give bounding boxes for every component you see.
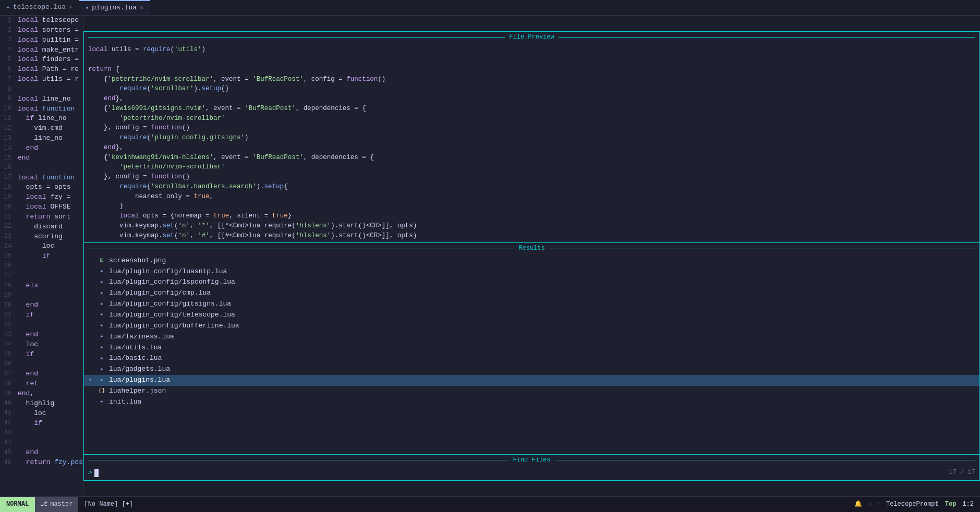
tab-plugins-lua[interactable]: ✦ plugins.lua ✕: [79, 0, 150, 15]
list-item[interactable]: ✦ lua/plugin_config/telescope.lua: [84, 310, 979, 321]
file-preview-panel: File Preview local utils = require('util…: [83, 31, 980, 243]
table-row: 12 vim.cmd: [0, 124, 83, 133]
table-row: 44: [0, 438, 83, 448]
find-files-panel: Find Files > 17 / 17: [83, 455, 980, 481]
result-filename: lua/basic.lua: [109, 353, 162, 363]
table-row: 43: [0, 428, 83, 438]
table-row: 38 ret: [0, 379, 83, 389]
main-container: 1local telescope = require('telescope') …: [0, 16, 980, 496]
list-item[interactable]: ✦ init.lua: [84, 397, 979, 408]
table-row: 3local builtin =: [0, 35, 83, 45]
table-row: 27: [0, 271, 83, 281]
results-label: Results: [518, 244, 545, 253]
table-row: 34 loc: [0, 340, 83, 350]
table-row: 36: [0, 360, 83, 370]
find-files-cursor: [94, 469, 99, 477]
result-filename: lua/plugin_config/bufferline.lua: [109, 321, 239, 331]
file-icon-lua: ✦: [98, 344, 106, 352]
list-item[interactable]: ✦ lua/gadgets.lua: [84, 364, 979, 375]
find-files-input-row[interactable]: > 17 / 17: [84, 466, 979, 480]
table-row: 17local function: [0, 173, 83, 183]
table-row: 13 line_no: [0, 133, 83, 143]
file-icon-lua: ✦: [98, 322, 106, 330]
table-row: 15end: [0, 153, 83, 163]
table-row: 4local make_entr: [0, 45, 83, 55]
tab-file-icon-active: ✦: [86, 4, 89, 13]
table-row: 2local sorters = require('telescope.sort…: [0, 26, 83, 35]
table-row: 28 els: [0, 281, 83, 291]
list-item[interactable]: ⊞ screenshot.png: [84, 255, 979, 266]
results-list[interactable]: ⊞ screenshot.png ✦ lua/plugin_config/lua…: [84, 254, 979, 454]
result-filename: init.lua: [109, 397, 141, 407]
position-value: 1:2: [962, 500, 974, 509]
find-files-count: 17 / 17: [949, 468, 975, 477]
table-row: 37 end: [0, 369, 83, 379]
result-filename: luahelper.json: [109, 386, 166, 396]
list-item[interactable]: › ✦ lua/plugins.lua: [84, 375, 979, 386]
table-row: 30 end: [0, 300, 83, 310]
result-filename: lua/plugins.lua: [109, 375, 170, 385]
line-container: 1local telescope = require('telescope') …: [0, 16, 83, 468]
table-row: 46 return fzy.positions(prompt, display): [0, 458, 83, 468]
list-item[interactable]: ✦ lua/basic.lua: [84, 353, 979, 364]
telescope-prompt-label: TelecopePrompt: [886, 500, 939, 509]
find-files-title: Find Files: [84, 455, 979, 466]
position-label: Top: [945, 500, 957, 509]
selected-arrow: ›: [88, 376, 94, 385]
result-filename: lua/plugin_config/cmp.lua: [109, 288, 211, 298]
table-row: 10local function: [0, 104, 83, 114]
list-item[interactable]: {} luahelper.json: [84, 386, 979, 397]
list-item[interactable]: ✦ lua/plugin_config/bufferline.lua: [84, 321, 979, 332]
table-row: 19 local fzy =: [0, 192, 83, 202]
table-row: 20 local OFFSE: [0, 202, 83, 212]
list-item[interactable]: ✦ lua/plugin_config/luasnip.lua: [84, 266, 979, 277]
result-filename: lua/plugin_config/gitsigns.lua: [109, 299, 231, 309]
table-row: 6local Path = re: [0, 65, 83, 75]
file-icon-json: {}: [98, 387, 106, 395]
file-preview-label: File Preview: [509, 33, 554, 42]
file-icon-lua: ✦: [98, 398, 106, 406]
table-row: 18 opts = opts: [0, 182, 83, 192]
status-mode: NORMAL: [0, 497, 35, 512]
table-row: 9local line_no: [0, 94, 83, 104]
status-bar: NORMAL ⎇ master [No Name] [+] 🔔 ‹ › Tele…: [0, 496, 980, 512]
tab-close-button[interactable]: ✕: [69, 4, 72, 12]
file-icon-lua: ✦: [98, 355, 106, 363]
table-row: 33 end: [0, 330, 83, 340]
table-row: 35 if: [0, 350, 83, 360]
tab-label: telescope.lua: [13, 3, 66, 13]
table-row: 29: [0, 291, 83, 301]
table-row: 31 if: [0, 310, 83, 320]
results-title: Results: [84, 243, 979, 254]
filename-text: [No Name] [+]: [84, 500, 133, 509]
file-icon-lua: ✦: [98, 300, 106, 309]
table-row: 7local utils = r: [0, 75, 83, 84]
table-row: 26: [0, 261, 83, 271]
table-row: 21 return sort: [0, 212, 83, 222]
table-row: 14 end: [0, 143, 83, 153]
tab-close-button-active[interactable]: ✕: [140, 4, 143, 13]
result-filename: screenshot.png: [109, 256, 166, 266]
telescope-overlay: File Preview local utils = require('util…: [83, 31, 980, 481]
table-row: 32: [0, 320, 83, 330]
file-icon-lua: ✦: [98, 267, 106, 276]
list-item[interactable]: ✦ lua/laziness.lua: [84, 332, 979, 343]
list-item[interactable]: ✦ lua/plugin_config/gitsigns.lua: [84, 299, 979, 310]
result-filename: lua/gadgets.lua: [109, 364, 170, 374]
file-icon-lua: ✦: [98, 278, 106, 287]
tab-telescope-lua[interactable]: ✦ telescope.lua ✕: [0, 0, 79, 15]
git-branch-icon: ⎇: [40, 500, 47, 509]
file-icon-png: ⊞: [98, 257, 106, 265]
list-item[interactable]: ✦ lua/plugin_config/lspconfig.lua: [84, 277, 979, 288]
list-item[interactable]: ✦ lua/utils.lua: [84, 343, 979, 353]
table-row: 45 end: [0, 448, 83, 458]
results-panel: Results ⊞ screenshot.png ✦ lua/plugin_co…: [83, 243, 980, 454]
result-filename: lua/laziness.lua: [109, 332, 174, 342]
list-item[interactable]: ✦ lua/plugin_config/cmp.lua: [84, 288, 979, 299]
table-row: 24 loc: [0, 241, 83, 251]
file-icon-lua: ✦: [98, 333, 106, 341]
file-icon-lua: ✦: [98, 376, 106, 385]
file-preview-title: File Preview: [84, 32, 979, 43]
file-icon-lua: ✦: [98, 289, 106, 298]
lsp-icon: ‹ ›: [868, 500, 880, 509]
